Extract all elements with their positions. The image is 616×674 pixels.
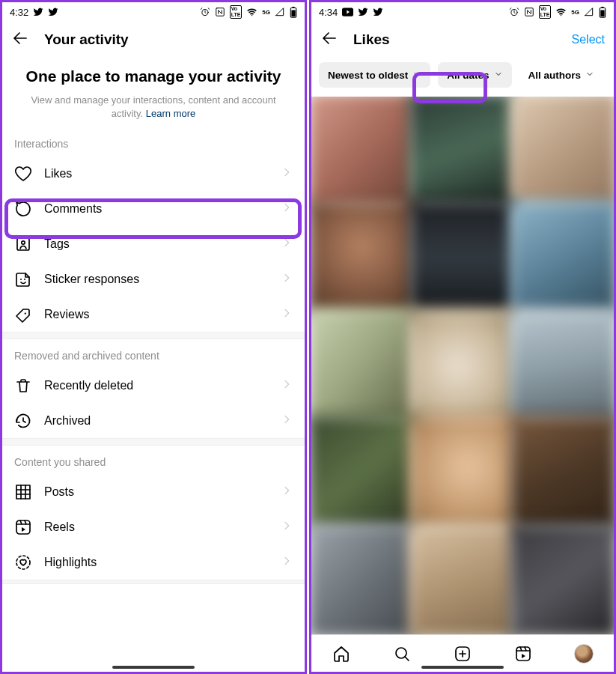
grid-item[interactable] bbox=[510, 201, 614, 315]
row-comments[interactable]: Comments bbox=[2, 191, 305, 226]
svg-rect-10 bbox=[16, 520, 30, 534]
grid-item[interactable] bbox=[409, 309, 516, 423]
heart-icon bbox=[14, 165, 32, 183]
section-divider bbox=[2, 580, 305, 584]
nav-search[interactable] bbox=[392, 644, 412, 664]
archive-icon bbox=[14, 412, 32, 430]
status-time: 4:34 bbox=[319, 7, 338, 18]
youtube-icon bbox=[342, 7, 353, 16]
svg-point-8 bbox=[24, 279, 25, 280]
row-reels[interactable]: Reels bbox=[2, 509, 305, 544]
grid-item[interactable] bbox=[510, 97, 614, 207]
grid-item[interactable] bbox=[311, 309, 415, 423]
phone-your-activity: 4:32 VoLTE 5G Your activity One place to… bbox=[0, 0, 307, 674]
grid-item[interactable] bbox=[311, 201, 415, 315]
chevron-down-icon bbox=[494, 70, 503, 81]
filter-sort[interactable]: Newest to oldest bbox=[319, 62, 430, 88]
signal-icon bbox=[275, 7, 285, 17]
learn-more-link[interactable]: Learn more bbox=[146, 108, 195, 119]
chevron-right-icon bbox=[281, 307, 293, 322]
chevron-right-icon bbox=[281, 520, 293, 535]
volte-icon: VoLTE bbox=[539, 5, 552, 18]
row-recently-deleted[interactable]: Recently deleted bbox=[2, 368, 305, 403]
back-arrow-icon[interactable] bbox=[320, 29, 338, 50]
grid-item[interactable] bbox=[510, 309, 614, 423]
filter-authors[interactable]: All authors bbox=[519, 62, 604, 88]
section-divider bbox=[2, 438, 305, 446]
row-label: Posts bbox=[44, 485, 269, 499]
chevron-right-icon bbox=[281, 201, 293, 216]
row-reviews[interactable]: Reviews bbox=[2, 297, 305, 332]
twitter-icon bbox=[373, 7, 383, 17]
nfc-icon bbox=[215, 7, 225, 17]
nav-profile[interactable] bbox=[574, 644, 594, 664]
row-label: Archived bbox=[44, 414, 269, 428]
trash-icon bbox=[14, 377, 32, 395]
svg-rect-9 bbox=[16, 485, 30, 499]
grid-item[interactable] bbox=[510, 416, 614, 530]
chevron-right-icon bbox=[281, 272, 293, 287]
phone-likes: 4:34 VoLTE 5G Likes Select Newest to old… bbox=[309, 0, 616, 674]
comment-icon bbox=[14, 200, 32, 218]
grid-item[interactable] bbox=[409, 523, 516, 634]
avatar bbox=[574, 644, 594, 664]
twitter-icon bbox=[358, 7, 368, 17]
chevron-right-icon bbox=[281, 485, 293, 500]
home-indicator bbox=[421, 666, 504, 669]
row-posts[interactable]: Posts bbox=[2, 474, 305, 509]
network-icon: 5G bbox=[262, 9, 270, 16]
grid-item[interactable] bbox=[311, 416, 415, 530]
likes-grid[interactable] bbox=[311, 97, 614, 634]
nfc-icon bbox=[524, 7, 534, 17]
intro-block: One place to manage your activity View a… bbox=[2, 58, 305, 127]
battery-icon bbox=[290, 7, 297, 18]
grid-item[interactable] bbox=[311, 523, 415, 634]
grid-item[interactable] bbox=[409, 201, 516, 315]
row-archived[interactable]: Archived bbox=[2, 403, 305, 438]
intro-subtitle: View and manage your interactions, conte… bbox=[22, 94, 285, 120]
chevron-down-icon bbox=[412, 70, 421, 81]
select-action[interactable]: Select bbox=[572, 33, 605, 46]
wifi-icon bbox=[555, 7, 567, 18]
chevron-right-icon bbox=[281, 237, 293, 252]
volte-icon: VoLTE bbox=[230, 5, 243, 18]
twitter-icon bbox=[48, 7, 58, 17]
grid-icon bbox=[14, 483, 32, 501]
reels-icon bbox=[14, 518, 32, 536]
page-title: Your activity bbox=[44, 31, 129, 48]
page-title: Likes bbox=[353, 31, 390, 48]
row-stickers[interactable]: Sticker responses bbox=[2, 261, 305, 297]
row-label: Comments bbox=[44, 202, 269, 216]
app-header: Your activity bbox=[2, 22, 305, 58]
filter-dates[interactable]: All dates bbox=[438, 62, 511, 88]
wifi-icon bbox=[246, 7, 257, 18]
svg-point-6 bbox=[22, 241, 25, 244]
twitter-icon bbox=[33, 7, 43, 17]
grid-item[interactable] bbox=[311, 97, 415, 207]
grid-item[interactable] bbox=[409, 97, 516, 207]
back-arrow-icon[interactable] bbox=[11, 29, 29, 50]
grid-item[interactable] bbox=[409, 416, 516, 530]
review-icon bbox=[14, 306, 32, 324]
alarm-icon bbox=[200, 7, 210, 17]
battery-icon bbox=[599, 7, 606, 18]
status-bar: 4:32 VoLTE 5G bbox=[2, 2, 305, 22]
row-highlights[interactable]: Highlights bbox=[2, 544, 305, 580]
grid-item[interactable] bbox=[510, 523, 614, 634]
svg-rect-16 bbox=[602, 7, 604, 8]
row-tags[interactable]: Tags bbox=[2, 226, 305, 261]
section-divider bbox=[2, 332, 305, 339]
nav-home[interactable] bbox=[332, 644, 351, 664]
filter-bar: Newest to oldest All dates All authors bbox=[311, 58, 614, 97]
network-icon: 5G bbox=[571, 9, 579, 16]
signal-icon bbox=[584, 7, 594, 17]
home-indicator bbox=[112, 666, 195, 669]
chevron-right-icon bbox=[281, 378, 293, 393]
section-removed-label: Removed and archived content bbox=[2, 339, 305, 368]
nav-reels[interactable] bbox=[513, 644, 533, 664]
nav-add[interactable] bbox=[453, 644, 472, 664]
svg-rect-3 bbox=[293, 7, 295, 8]
chevron-right-icon bbox=[281, 166, 293, 181]
sticker-icon bbox=[14, 270, 32, 288]
row-likes[interactable]: Likes bbox=[2, 156, 305, 191]
